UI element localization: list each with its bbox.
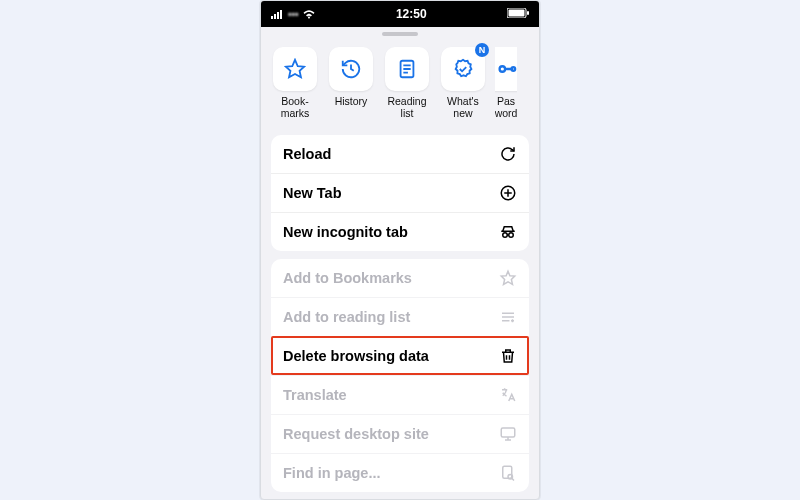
secondary-actions-card: Add to Bookmarks Add to reading list Del… [271, 259, 529, 492]
shortcut-label: Pas word [495, 95, 517, 119]
svg-point-12 [500, 66, 506, 72]
shortcut-label: What's new [447, 95, 479, 119]
row-label: Translate [283, 387, 347, 403]
star-icon [284, 58, 306, 80]
translate-row: Translate [271, 375, 529, 414]
delete-browsing-data-row[interactable]: Delete browsing data [271, 336, 529, 375]
history-icon [340, 58, 362, 80]
svg-line-35 [512, 479, 514, 481]
reading-list-icon [396, 58, 418, 80]
row-label: New incognito tab [283, 224, 408, 240]
svg-point-14 [512, 67, 516, 71]
svg-marker-7 [286, 60, 304, 77]
key-icon [495, 58, 517, 80]
phone-frame: ••• 12:50 Book- marks History Reading li… [260, 0, 540, 500]
add-reading-row: Add to reading list [271, 297, 529, 336]
shortcut-history[interactable]: History [327, 47, 375, 119]
new-tab-row[interactable]: New Tab [271, 173, 529, 212]
star-outline-icon [499, 269, 517, 287]
svg-rect-33 [503, 466, 512, 478]
clock: 12:50 [396, 7, 427, 21]
find-in-page-row: Find in page... [271, 453, 529, 492]
shortcut-bookmarks[interactable]: Book- marks [271, 47, 319, 119]
wifi-icon [302, 9, 316, 19]
trash-icon [499, 347, 517, 365]
translate-icon [499, 386, 517, 404]
row-label: Add to Bookmarks [283, 270, 412, 286]
carrier-label: ••• [288, 9, 299, 20]
battery-icon [507, 8, 529, 18]
svg-point-20 [509, 233, 514, 238]
new-badge: N [475, 43, 489, 57]
shortcut-label: History [335, 95, 368, 107]
reload-row[interactable]: Reload [271, 135, 529, 173]
shortcut-whats-new[interactable]: N What's new [439, 47, 487, 119]
reading-add-icon [499, 308, 517, 326]
svg-point-34 [508, 475, 513, 480]
svg-rect-5 [509, 10, 525, 17]
incognito-row[interactable]: New incognito tab [271, 212, 529, 251]
status-bar: ••• 12:50 [261, 1, 539, 27]
row-label: Add to reading list [283, 309, 410, 325]
shortcut-password[interactable]: Pas word [495, 47, 517, 119]
sheet-grab-handle[interactable] [261, 27, 539, 41]
svg-rect-2 [277, 12, 279, 19]
shortcut-row: Book- marks History Reading list N What'… [261, 41, 539, 127]
svg-point-19 [503, 233, 508, 238]
svg-rect-1 [274, 14, 276, 19]
row-label: Request desktop site [283, 426, 429, 442]
shortcut-reading-list[interactable]: Reading list [383, 47, 431, 119]
plus-circle-icon [499, 184, 517, 202]
row-label: Delete browsing data [283, 348, 429, 364]
svg-marker-22 [501, 271, 515, 284]
row-label: Reload [283, 146, 331, 162]
svg-rect-0 [271, 16, 273, 19]
primary-actions-card: Reload New Tab New incognito tab [271, 135, 529, 251]
desktop-icon [499, 425, 517, 443]
desktop-site-row: Request desktop site [271, 414, 529, 453]
reload-icon [499, 145, 517, 163]
row-label: Find in page... [283, 465, 380, 481]
svg-rect-6 [527, 11, 529, 15]
shortcut-label: Reading list [387, 95, 426, 119]
incognito-icon [499, 223, 517, 241]
svg-rect-3 [280, 10, 282, 19]
signal-icon [271, 9, 285, 19]
add-bookmark-row: Add to Bookmarks [271, 259, 529, 297]
row-label: New Tab [283, 185, 342, 201]
badge-check-icon [452, 58, 474, 80]
shortcut-label: Book- marks [281, 95, 310, 119]
find-icon [499, 464, 517, 482]
svg-rect-30 [501, 428, 515, 437]
